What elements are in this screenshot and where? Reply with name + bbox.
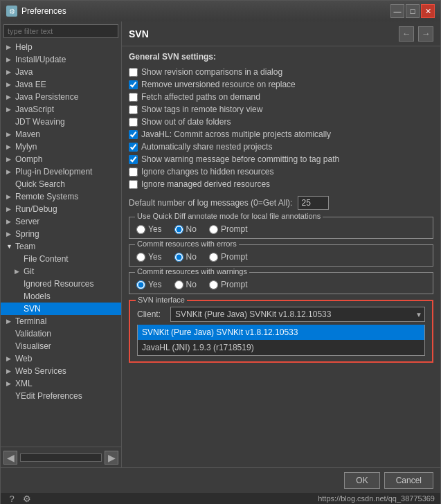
radio-option-cw_prompt[interactable]: Prompt bbox=[209, 280, 248, 289]
filter-input[interactable] bbox=[3, 24, 118, 38]
tree-item-file_content[interactable]: File Content bbox=[1, 253, 121, 265]
checkbox-fetch_affected[interactable] bbox=[129, 93, 138, 102]
left-scroll-left[interactable]: ◀ bbox=[3, 451, 17, 465]
radio-qd_prompt[interactable] bbox=[209, 225, 218, 234]
radio-option-qd_no[interactable]: No bbox=[174, 224, 197, 234]
tree-item-label: Terminal bbox=[15, 316, 46, 326]
radio-option-ce_no[interactable]: No bbox=[174, 252, 197, 262]
tree-item-web_services[interactable]: ▶Web Services bbox=[1, 365, 121, 377]
help-icon[interactable]: ? bbox=[6, 493, 17, 504]
tree-item-java_ee[interactable]: ▶Java EE bbox=[1, 78, 121, 91]
radio-option-cw_no[interactable]: No bbox=[174, 280, 197, 289]
tree-item-label: File Content bbox=[24, 254, 69, 264]
tree-item-label: Quick Search bbox=[15, 179, 65, 189]
checkbox-label-show_warning: Show warning message before committing t… bbox=[141, 154, 339, 164]
status-url: https://blog.csdn.net/qq_38775369 bbox=[38, 494, 435, 503]
radio-option-qd_yes[interactable]: Yes bbox=[136, 224, 162, 234]
maximize-button[interactable]: □ bbox=[406, 4, 420, 18]
tree-item-ignored_resources[interactable]: Ignored Resources bbox=[1, 278, 121, 290]
radio-ce_no[interactable] bbox=[174, 253, 183, 262]
svn-client-dropdown[interactable]: SVNKit (Pure Java) SVNKit v1.8.12.10533J… bbox=[170, 307, 425, 322]
tree-item-maven[interactable]: ▶Maven bbox=[1, 128, 121, 141]
tree-item-mylyn[interactable]: ▶Mylyn bbox=[1, 141, 121, 153]
checkbox-ignore_managed[interactable] bbox=[129, 180, 138, 189]
status-bar: ? ⚙ https://blog.csdn.net/qq_38775369 bbox=[1, 493, 440, 504]
left-scroll-right[interactable]: ▶ bbox=[105, 451, 118, 465]
radio-cw_no[interactable] bbox=[174, 280, 183, 289]
main-content: ▶Help▶Install/Update▶Java▶Java EE▶Java P… bbox=[1, 21, 440, 467]
ok-button[interactable]: OK bbox=[344, 472, 379, 489]
settings-icon[interactable]: ⚙ bbox=[21, 493, 33, 504]
tree-item-java[interactable]: ▶Java bbox=[1, 66, 121, 78]
dropdown-option-javaHL[interactable]: JavaHL (JNI) 1.9.3 (r1718519) bbox=[138, 340, 424, 355]
tree-item-server[interactable]: ▶Server bbox=[1, 215, 121, 228]
radio-cw_prompt[interactable] bbox=[209, 280, 218, 289]
radio-ce_prompt[interactable] bbox=[209, 253, 218, 262]
tree-item-quick_search[interactable]: Quick Search bbox=[1, 178, 121, 190]
checkbox-auto_share[interactable] bbox=[129, 143, 138, 152]
horizontal-scrollbar[interactable] bbox=[20, 453, 102, 462]
tree-item-remote_systems[interactable]: ▶Remote Systems bbox=[1, 190, 121, 203]
radio-option-ce_yes[interactable]: Yes bbox=[136, 252, 162, 262]
commit-warnings-group: Commit resources with warnings YesNoProm… bbox=[129, 272, 433, 294]
radio-option-cw_yes[interactable]: Yes bbox=[136, 280, 162, 289]
tree-item-jdt_weaving[interactable]: JDT Weaving bbox=[1, 116, 121, 128]
panel-title: SVN bbox=[129, 28, 149, 39]
quick-diff-group: Use Quick Diff annotate mode for local f… bbox=[129, 217, 433, 239]
tree-item-install_update[interactable]: ▶Install/Update bbox=[1, 53, 121, 66]
checkbox-javaHL_commit[interactable] bbox=[129, 130, 138, 139]
checkbox-label-auto_share: Automatically share nested projects bbox=[141, 142, 272, 152]
checkbox-show_revision[interactable] bbox=[129, 68, 138, 77]
tree-item-label: Ignored Resources bbox=[24, 279, 93, 289]
dropdown-option-svnkit[interactable]: SVNKit (Pure Java) SVNKit v1.8.12.10533 bbox=[138, 325, 424, 340]
commit-errors-label: Commit resources with errors bbox=[135, 240, 239, 248]
tree-item-terminal[interactable]: ▶Terminal bbox=[1, 315, 121, 327]
tree-item-models[interactable]: Models bbox=[1, 290, 121, 303]
tree-item-validation[interactable]: Validation bbox=[1, 327, 121, 340]
tree-item-oomph[interactable]: ▶Oomph bbox=[1, 153, 121, 165]
tree-item-label: Run/Debug bbox=[15, 204, 57, 214]
tree-arrow-icon: ▶ bbox=[6, 143, 13, 150]
tree-item-help[interactable]: ▶Help bbox=[1, 41, 121, 53]
checkbox-label-show_out_of_date: Show out of date folders bbox=[141, 117, 231, 127]
nav-fwd-button[interactable]: → bbox=[418, 26, 433, 42]
tree-item-yedit[interactable]: YEdit Preferences bbox=[1, 390, 121, 402]
tree-item-team[interactable]: ▼Team bbox=[1, 240, 121, 253]
radio-option-ce_prompt[interactable]: Prompt bbox=[209, 252, 248, 262]
checkbox-ignore_hidden[interactable] bbox=[129, 168, 138, 177]
radio-option-qd_prompt[interactable]: Prompt bbox=[209, 224, 248, 234]
radio-ce_yes[interactable] bbox=[136, 253, 145, 262]
tree-item-spring[interactable]: ▶Spring bbox=[1, 228, 121, 240]
tree-item-javascript[interactable]: ▶JavaScript bbox=[1, 103, 121, 116]
checkbox-show_warning[interactable] bbox=[129, 155, 138, 164]
close-button[interactable]: ✕ bbox=[421, 4, 435, 18]
tree-item-git[interactable]: ▶Git bbox=[1, 265, 121, 278]
log-messages-input[interactable] bbox=[298, 196, 329, 210]
tree-item-plugin_dev[interactable]: ▶Plug-in Development bbox=[1, 165, 121, 178]
radio-qd_yes[interactable] bbox=[136, 225, 145, 234]
tree-item-web[interactable]: ▶Web bbox=[1, 352, 121, 365]
checkbox-remove_unversioned[interactable] bbox=[129, 80, 138, 89]
tree-item-label: Spring bbox=[15, 229, 39, 239]
cancel-button[interactable]: Cancel bbox=[384, 472, 433, 489]
tree-item-visualiser[interactable]: Visualiser bbox=[1, 340, 121, 352]
tree-item-label: Visualiser bbox=[15, 341, 51, 351]
commit-errors-options: YesNoPrompt bbox=[136, 249, 426, 262]
checkbox-show_tags[interactable] bbox=[129, 105, 138, 114]
minimize-button[interactable]: — bbox=[390, 4, 404, 18]
tree-item-svn[interactable]: SVN bbox=[1, 303, 121, 315]
tree-item-xml[interactable]: ▶XML bbox=[1, 377, 121, 390]
nav-back-button[interactable]: ← bbox=[399, 26, 414, 42]
radio-label-cw_no: No bbox=[186, 280, 197, 289]
checkbox-row-ignore_managed: Ignore managed derived resources bbox=[129, 179, 433, 189]
tree-arrow-icon: ▶ bbox=[6, 318, 13, 325]
checkbox-show_out_of_date[interactable] bbox=[129, 118, 138, 127]
radio-cw_yes[interactable] bbox=[136, 280, 145, 289]
tree-item-label: Models bbox=[24, 291, 51, 301]
tree-container: ▶Help▶Install/Update▶Java▶Java EE▶Java P… bbox=[1, 41, 121, 447]
checkbox-label-show_revision: Show revision comparisons in a dialog bbox=[141, 67, 282, 77]
tree-item-java_persistence[interactable]: ▶Java Persistence bbox=[1, 91, 121, 103]
tree-item-run_debug[interactable]: ▶Run/Debug bbox=[1, 203, 121, 215]
window-title: Preferences bbox=[21, 6, 66, 16]
radio-qd_no[interactable] bbox=[174, 225, 183, 234]
